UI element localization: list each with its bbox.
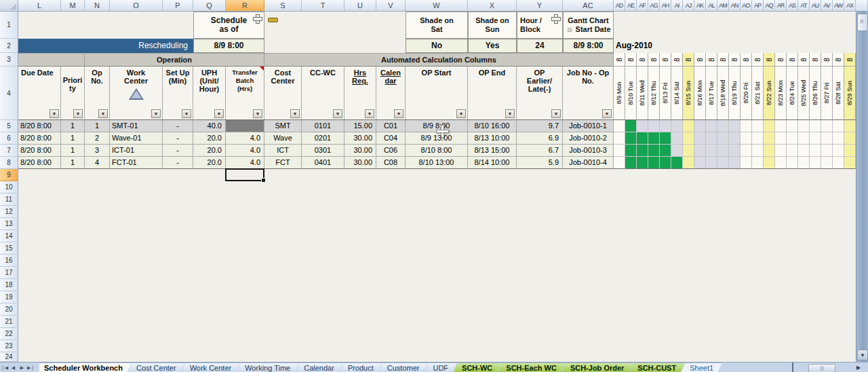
sheet-tab-sch-job-order[interactable]: SCH-Job Order (561, 362, 633, 372)
gantt-date-header[interactable]: 8/20 Fri (741, 67, 752, 120)
gantt-month-cell[interactable]: 8 (637, 53, 648, 67)
gear-icon[interactable]: ☼ (566, 24, 573, 34)
gantt-cell[interactable] (752, 145, 764, 157)
gantt-cell[interactable] (648, 145, 660, 157)
cell-r7cL[interactable]: 8/20 8:00 (18, 145, 61, 157)
filter-header-duedate[interactable]: Due Date▼ (18, 67, 61, 120)
column-header-N[interactable]: N (85, 0, 110, 12)
row-header-23[interactable]: 23 (0, 340, 18, 352)
gantt-cell[interactable] (741, 132, 752, 145)
cell-r7cN[interactable]: 3 (85, 145, 110, 157)
cell-r5cM[interactable]: 1 (61, 120, 85, 132)
gantt-cell[interactable] (660, 132, 671, 145)
gantt-cell[interactable] (810, 132, 821, 145)
filter-dropdown-button[interactable]: ▼ (182, 109, 191, 118)
gantt-cell[interactable] (729, 145, 741, 157)
cell-r7cS[interactable]: ICT (264, 145, 302, 157)
gantt-date-header[interactable]: 8/14 Sat (671, 67, 683, 120)
filter-dropdown-button[interactable]: ▼ (333, 109, 342, 118)
gantt-cell[interactable] (821, 145, 833, 157)
filter-dropdown-button[interactable]: ▼ (551, 109, 561, 118)
cell-r8cL[interactable]: 8/20 8:00 (18, 157, 61, 169)
selected-cell[interactable] (225, 168, 264, 181)
sheet-tab-scheduler-workbench[interactable]: Scheduler Workbench (39, 362, 132, 372)
cell-r6cM[interactable]: 1 (61, 132, 85, 145)
column-header-AQ[interactable]: AQ (764, 0, 775, 12)
row-header-20[interactable]: 20 (0, 303, 18, 316)
shade-on-sat-value[interactable]: No (406, 39, 468, 53)
gantt-cell[interactable] (752, 132, 764, 145)
gantt-cell[interactable] (660, 120, 671, 132)
gantt-cell[interactable] (625, 145, 637, 157)
column-header-L[interactable]: L (18, 0, 61, 12)
column-header-AD[interactable]: AD (614, 0, 625, 12)
gantt-cell[interactable] (683, 145, 694, 157)
gantt-cell[interactable] (683, 120, 694, 132)
gantt-cell[interactable] (798, 157, 810, 169)
gantt-date-header[interactable]: 8/29 Sun (844, 67, 856, 120)
gantt-cell[interactable] (787, 132, 798, 145)
gantt-cell[interactable] (706, 132, 717, 145)
cell-r5cAC[interactable]: Job-0010-1 (563, 120, 614, 132)
column-header-Q[interactable]: Q (193, 0, 226, 12)
gantt-month-cell[interactable]: 8 (810, 53, 821, 67)
gantt-month-cell[interactable]: 8 (729, 53, 741, 67)
row-header-21[interactable]: 21 (0, 316, 18, 328)
cell-r8cY[interactable]: 5.9 (517, 157, 563, 169)
column-header-AP[interactable]: AP (752, 0, 764, 12)
shade-on-sat-label-cell[interactable]: Shade on Sat (406, 12, 468, 39)
filter-dropdown-button[interactable]: ▼ (98, 109, 108, 118)
scroll-down-arrow-icon[interactable]: ▼ (857, 350, 868, 360)
gantt-month-cell[interactable]: 8 (741, 53, 752, 67)
row-header-13[interactable]: 13 (0, 218, 18, 230)
cell-r6cX[interactable]: 8/13 10:00 (468, 132, 517, 145)
sheet-tab-customer[interactable]: Customer (378, 362, 429, 372)
cell-r5cY[interactable]: 9.7 (517, 120, 563, 132)
gantt-cell[interactable] (694, 145, 706, 157)
gantt-date-header[interactable]: 8/11 Wed (637, 67, 648, 120)
column-header-T[interactable]: T (302, 0, 344, 12)
sheet-tab-calendar[interactable]: Calendar (295, 362, 343, 372)
gantt-date-header[interactable]: 8/9 Mon (614, 67, 625, 120)
row-header-10[interactable]: 10 (0, 181, 18, 193)
gantt-cell[interactable] (671, 157, 683, 169)
cell-r8cX[interactable]: 8/14 10:00 (468, 157, 517, 169)
gantt-cell[interactable] (717, 145, 729, 157)
gantt-cell[interactable] (775, 157, 787, 169)
cell-r6cV[interactable]: C04 (376, 132, 406, 145)
gantt-cell[interactable] (821, 132, 833, 145)
horizontal-scrollbar-thumb[interactable]: ||| (808, 364, 835, 372)
gantt-cell[interactable] (821, 120, 833, 132)
column-header-O[interactable]: O (110, 0, 163, 12)
row-header-17[interactable]: 17 (0, 267, 18, 279)
column-header-AF[interactable]: AF (637, 0, 648, 12)
column-header-AO[interactable]: AO (741, 0, 752, 12)
gantt-date-header[interactable]: 8/17 Tue (706, 67, 717, 120)
gantt-date-header[interactable]: 8/10 Tue (625, 67, 637, 120)
cell-r7cU[interactable]: 30.00 (344, 145, 376, 157)
row-header-15[interactable]: 15 (0, 242, 18, 255)
row-header-14[interactable]: 14 (0, 230, 18, 242)
gantt-cell[interactable] (798, 132, 810, 145)
gantt-cell[interactable] (844, 145, 856, 157)
column-header-AK[interactable]: AK (694, 0, 706, 12)
plus-icon[interactable] (252, 14, 263, 24)
filter-header-op-no[interactable]: OpNo.▼ (85, 67, 110, 120)
schedule-as-of-value[interactable]: 8/9 8:00 (193, 39, 264, 53)
filter-header-hrs-req[interactable]: HrsReq.▼ (344, 67, 376, 120)
gantt-date-header[interactable]: 8/26 Thu (810, 67, 821, 120)
row-header-4[interactable]: 4 (0, 67, 18, 120)
column-header-AH[interactable]: AH (660, 0, 671, 12)
gantt-cell[interactable] (741, 157, 752, 169)
filter-dropdown-button[interactable]: ▼ (253, 109, 262, 118)
row-header-1[interactable]: 1 (0, 12, 18, 39)
column-header-R[interactable]: R (226, 0, 264, 12)
gantt-date-header[interactable]: 8/21 Sat (752, 67, 764, 120)
cell-r5cO[interactable]: SMT-01 (110, 120, 163, 132)
row-header-2[interactable]: 2 (0, 39, 18, 53)
filter-dropdown-button[interactable]: ▼ (365, 109, 374, 118)
cell-r8cS[interactable]: FCT (264, 157, 302, 169)
gantt-month-cell[interactable]: 8 (625, 53, 637, 67)
cell-r7cW[interactable]: 8/10 8:00 (406, 145, 468, 157)
cell-r7cV[interactable]: C06 (376, 145, 406, 157)
